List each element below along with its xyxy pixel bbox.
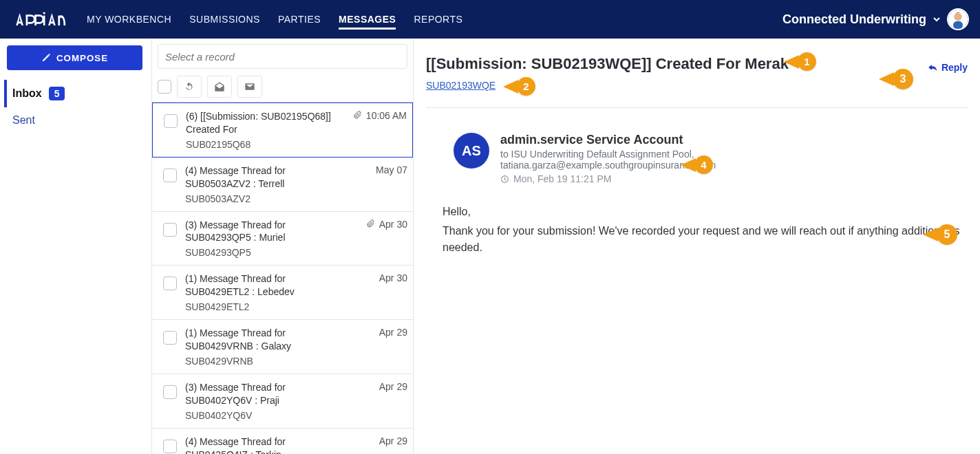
svg-rect-1	[34, 16, 36, 25]
reply-button[interactable]: Reply	[928, 62, 968, 73]
item-sub: SUB0503AZV2	[185, 193, 347, 204]
item-sub: SUB0402YQ6V	[185, 410, 347, 421]
list-toolbar	[152, 39, 413, 102]
callout-2: 2	[517, 77, 535, 96]
item-sub: SUB02195Q68	[186, 139, 346, 150]
top-nav: MY WORKBENCH SUBMISSIONS PARTIES MESSAGE…	[87, 0, 462, 39]
nav-submissions[interactable]: SUBMISSIONS	[189, 10, 260, 29]
message-subject: [[Submission: SUB02193WQE]] Created For …	[426, 55, 968, 73]
message-line: Thank you for your submission! We've rec…	[443, 223, 966, 256]
list-item[interactable]: (4) Message Thread for SUB0503AZV2 : Ter…	[152, 158, 413, 212]
item-time: Apr 30	[379, 219, 407, 230]
item-time: Apr 29	[379, 381, 407, 392]
row-checkbox[interactable]	[163, 385, 177, 399]
item-subject: (3) Message Thread for SUB0402YQ6V : Pra…	[185, 381, 347, 407]
folder-sent-label: Sent	[12, 114, 35, 127]
sender-block: admin.service Service Account to ISU Und…	[500, 133, 716, 186]
chevron-down-icon	[933, 16, 940, 23]
svg-rect-0	[26, 16, 28, 25]
mark-unread-button[interactable]	[237, 76, 262, 98]
brand-logo-icon	[11, 10, 73, 29]
compose-label: COMPOSE	[56, 53, 108, 63]
sender-name: admin.service Service Account	[500, 133, 716, 147]
item-subject: (1) Message Thread for SUB0429VRNB : Gal…	[185, 327, 347, 353]
submission-link[interactable]: SUB02193WQE	[426, 80, 496, 91]
item-time: Apr 29	[379, 435, 407, 446]
topbar: appian MY WORKBENCH SUBMISSIONS PARTIES …	[0, 0, 980, 39]
item-sub: SUB0429VRNB	[185, 356, 347, 367]
list-item[interactable]: (3) Message Thread for SUB04293QP5 : Mur…	[152, 212, 413, 266]
envelope-open-icon	[214, 81, 225, 92]
pencil-icon	[41, 53, 51, 63]
item-sub: SUB0429ETL2	[185, 301, 347, 312]
list-item[interactable]: (3) Message Thread for SUB0402YQ6V : Pra…	[152, 374, 413, 429]
message-list: (6) [[Submission: SUB02195Q68]] Created …	[151, 39, 413, 454]
item-time: Apr 30	[379, 272, 407, 283]
svg-point-3	[43, 12, 45, 14]
item-subject: (3) Message Thread for SUB04293QP5 : Mur…	[185, 219, 347, 245]
svg-rect-2	[43, 16, 45, 25]
item-subject: (4) Message Thread for SUB0425O4IZ : Tar…	[185, 435, 347, 454]
row-checkbox[interactable]	[163, 169, 177, 182]
nav-parties[interactable]: PARTIES	[278, 10, 321, 29]
callout-number: 2	[517, 77, 535, 96]
refresh-icon	[184, 81, 195, 92]
refresh-button[interactable]	[177, 76, 202, 98]
item-subject: (6) [[Submission: SUB02195Q68]] Created …	[186, 110, 346, 136]
row-checkbox[interactable]	[163, 223, 177, 237]
message: AS admin.service Service Account to ISU …	[426, 108, 968, 186]
row-checkbox[interactable]	[163, 277, 177, 290]
list-item[interactable]: (4) Message Thread for SUB0425O4IZ : Tar…	[152, 429, 413, 454]
select-all-checkbox[interactable]	[158, 80, 171, 94]
paperclip-icon	[367, 219, 375, 230]
clock-icon	[500, 175, 509, 184]
message-line: Hello,	[443, 204, 966, 220]
item-sub: SUB04293QP5	[185, 247, 347, 258]
workspace-switcher[interactable]: Connected Underwriting	[782, 8, 969, 30]
brand[interactable]: appian	[11, 10, 73, 29]
reply-icon	[928, 63, 937, 72]
main: COMPOSE Inbox 5 Sent	[0, 39, 980, 454]
svg-rect-7	[953, 21, 963, 29]
list-items: (6) [[Submission: SUB02195Q68]] Created …	[152, 102, 413, 454]
row-checkbox[interactable]	[163, 440, 177, 453]
envelope-icon	[244, 81, 255, 92]
nav-reports[interactable]: REPORTS	[414, 10, 462, 29]
sender-avatar: AS	[454, 133, 489, 169]
sender-to: to ISU Underwriting Default Assignment P…	[500, 149, 716, 160]
detail-header: [[Submission: SUB02193WQE]] Created For …	[426, 43, 968, 108]
sender-time-text: Mon, Feb 19 11:21 PM	[513, 173, 611, 184]
user-avatar[interactable]	[947, 8, 969, 30]
svg-rect-4	[58, 16, 60, 25]
row-checkbox[interactable]	[164, 114, 178, 128]
sender-time: Mon, Feb 19 11:21 PM	[500, 173, 611, 184]
folder-sent[interactable]: Sent	[7, 107, 145, 133]
nav-messages[interactable]: MESSAGES	[339, 10, 396, 30]
item-time: May 07	[376, 164, 407, 175]
row-checkbox[interactable]	[163, 331, 177, 345]
message-body: Hello, Thank you for your submission! We…	[443, 204, 966, 256]
detail-pane: [[Submission: SUB02193WQE]] Created For …	[413, 39, 980, 454]
item-subject: (4) Message Thread for SUB0503AZV2 : Ter…	[185, 164, 347, 191]
nav-my-workbench[interactable]: MY WORKBENCH	[87, 10, 171, 29]
reply-label: Reply	[941, 62, 968, 73]
paperclip-icon	[354, 110, 362, 121]
sender-email: tatiana.garza@example.southgroupinsuranc…	[500, 160, 716, 171]
list-item[interactable]: (6) [[Submission: SUB02195Q68]] Created …	[152, 102, 413, 158]
item-subject: (1) Message Thread for SUB0429ETL2 : Leb…	[185, 272, 347, 299]
svg-point-6	[954, 13, 961, 21]
list-item[interactable]: (1) Message Thread for SUB0429VRNB : Gal…	[152, 320, 413, 374]
item-time: Apr 29	[379, 327, 407, 338]
item-time: 10:06 AM	[366, 110, 407, 121]
folder-inbox-label: Inbox	[12, 87, 42, 100]
inbox-count-badge: 5	[49, 87, 65, 100]
mark-read-button[interactable]	[207, 76, 232, 98]
folder-inbox[interactable]: Inbox 5	[4, 80, 145, 107]
workspace-name: Connected Underwriting	[782, 12, 926, 27]
folders: Inbox 5 Sent	[7, 80, 145, 133]
compose-button[interactable]: COMPOSE	[7, 45, 142, 70]
search-input[interactable]	[158, 44, 407, 69]
sidebar: COMPOSE Inbox 5 Sent	[0, 39, 151, 454]
list-item[interactable]: (1) Message Thread for SUB0429ETL2 : Leb…	[152, 266, 413, 320]
